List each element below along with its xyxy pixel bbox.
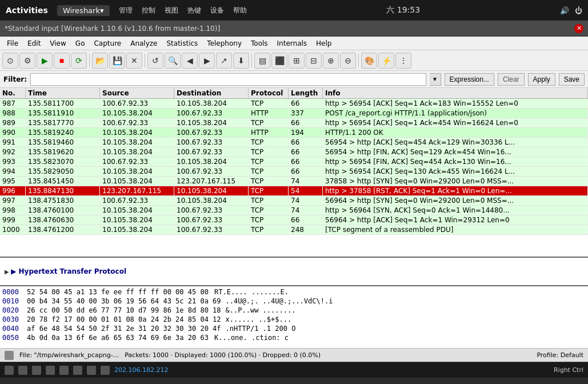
toolbar-go-btn[interactable]: ↗ [216,53,232,69]
toolbar-expand-btn[interactable]: ⊞ [289,53,305,69]
status-packets-info: Packets: 1000 · Displayed: 1000 (100.0%)… [125,351,531,359]
toolbar-zoom-in-btn[interactable]: ⊕ [323,53,339,69]
packet-cell-proto: TCP [249,225,289,234]
col-header-time[interactable]: Time [26,88,100,98]
toolbar-pane2-btn[interactable]: ⬛ [271,53,287,69]
packet-cell-proto: TCP [249,138,289,147]
packet-cell-len: 248 [289,225,323,234]
packet-cell-src: 123.207.167.115 [100,186,174,195]
menu-view-ws[interactable]: View [45,38,70,49]
menu-device[interactable]: 设备 [210,6,224,15]
clear-button[interactable]: Clear [498,73,525,86]
col-header-no[interactable]: No. [0,88,26,98]
app-title[interactable]: Wireshark▾ [57,5,110,16]
packet-row[interactable]: 989 135.5817770 100.67.92.33 10.105.38.2… [0,118,588,128]
toolbar-extra-btn[interactable]: ⋮ [395,53,411,69]
packet-cell-len: 66 [289,99,323,108]
menu-help[interactable]: 帮助 [233,6,247,15]
protocol-tree-item[interactable]: ▶ Hypertext Transfer Protocol [5,267,126,275]
toolbar-filter-btn[interactable]: ⚡ [378,53,394,69]
filter-dropdown-button[interactable]: ▼ [430,73,441,86]
menu-control[interactable]: 控制 [142,6,155,15]
toolbar-save-btn[interactable]: 💾 [109,53,125,69]
toolbar-pane1-btn[interactable]: ▤ [254,53,270,69]
packet-cell-info: http > 56954 [FIN, ACK] Seq=454 Ack=130 … [323,157,588,166]
packet-row[interactable]: 991 135.5819460 10.105.38.204 100.67.92.… [0,138,588,147]
toolbar-interfaces-btn[interactable]: ⊙ [2,53,18,69]
menu-hotkey[interactable]: 热键 [187,6,201,15]
menu-tools[interactable]: Tools [246,38,273,49]
save-button[interactable]: Save [559,73,585,86]
packet-cell-time: 138.4760100 [26,206,100,215]
power-icon[interactable]: ⏻ [575,6,582,15]
expression-button[interactable]: Expression... [445,73,494,86]
packet-cell-no: 993 [0,157,26,166]
menu-file[interactable]: File [2,38,23,49]
menu-internals[interactable]: Internals [273,38,312,49]
menu-analyze[interactable]: Analyze [126,38,162,49]
packet-cell-len: 194 [289,128,323,137]
volume-icon[interactable]: 🔊 [560,6,569,15]
app-title-text: Wireshark▾ [63,6,104,15]
menu-telephony[interactable]: Telephony [202,38,246,49]
menu-view[interactable]: 视图 [165,6,178,15]
packet-row[interactable]: 987 135.5811700 100.67.92.33 10.105.38.2… [0,99,588,109]
packet-cell-info: HTTP/1.1 200 OK [323,128,588,137]
col-header-info[interactable]: Info [323,88,588,98]
toolbar-open-btn[interactable]: 📂 [92,53,108,69]
apply-button[interactable]: Apply [528,73,555,86]
menu-go[interactable]: Go [71,38,90,49]
menu-manage[interactable]: 管理 [119,6,133,15]
packet-row[interactable]: 998 138.4760100 10.105.38.204 100.67.92.… [0,206,588,215]
toolbar-options-btn[interactable]: ⚙ [19,53,35,69]
close-button[interactable]: ✕ [574,24,583,33]
packet-row[interactable]: 997 138.4751830 100.67.92.33 10.105.38.2… [0,196,588,206]
toolbar-zoom-out-btn[interactable]: ⊖ [340,53,356,69]
system-time: 六 19:53 [386,5,420,15]
toolbar-restart-btn[interactable]: ⟳ [71,53,87,69]
col-header-destination[interactable]: Destination [174,88,249,98]
toolbar-sep-3 [251,54,252,67]
packet-row[interactable]: 993 135.5823070 100.67.92.33 10.105.38.2… [0,157,588,167]
toolbar-next-btn[interactable]: ▶ [199,53,215,69]
menu-statistics[interactable]: Statistics [162,38,202,49]
filter-label: Filter: [3,75,27,83]
toolbar-colorize-btn[interactable]: 🎨 [361,53,377,69]
col-header-length[interactable]: Length [289,88,323,98]
menu-edit[interactable]: Edit [23,38,45,49]
packet-row[interactable]: 990 135.5819240 10.105.38.204 100.67.92.… [0,128,588,138]
hex-ascii: K...one. .ction: c [214,333,289,342]
bottom-icon-4 [46,366,55,375]
toolbar-collapse-btn[interactable]: ⊟ [306,53,322,69]
hex-bytes: af 6e 48 54 54 50 2f 31 2e 31 20 32 30 3… [27,324,221,333]
packet-cell-info: http > 56954 [ACK] Seq=1 Ack=454 Win=166… [323,118,588,127]
toolbar-stop-btn[interactable]: ■ [54,53,70,69]
packet-cell-no: 991 [0,138,26,147]
toolbar-reload-btn[interactable]: ↺ [147,53,163,69]
activities-button[interactable]: Activities [6,6,48,15]
bottom-bar: 202.106.182.212 Right Ctrl [0,362,588,378]
packet-row[interactable]: 999 138.4760630 10.105.38.204 100.67.92.… [0,215,588,225]
packet-cell-len: 337 [289,109,323,118]
packet-row[interactable]: 1000 138.4761200 10.105.38.204 100.67.92… [0,225,588,235]
col-header-protocol[interactable]: Protocol [249,88,289,98]
toolbar-close-btn[interactable]: ✕ [126,53,142,69]
packet-row[interactable]: 992 135.5819620 10.105.38.204 100.67.92.… [0,147,588,157]
bottom-icon-1 [5,366,14,375]
filter-input[interactable] [30,73,426,86]
packet-row[interactable]: 996 135.8847130 123.207.167.115 10.105.3… [0,186,588,196]
packet-row[interactable]: 994 135.5829050 10.105.38.204 100.67.92.… [0,167,588,177]
toolbar-start-btn[interactable]: ▶ [37,53,53,69]
packet-cell-time: 135.5819460 [26,138,100,147]
toolbar-prev-btn[interactable]: ◀ [182,53,198,69]
menu-capture[interactable]: Capture [89,38,126,49]
packet-row[interactable]: 995 135.8451450 10.105.38.204 123.207.16… [0,177,588,186]
toolbar-down-btn[interactable]: ⬇ [233,53,249,69]
toolbar-sep-2 [145,54,145,67]
menu-help-ws[interactable]: Help [311,38,336,49]
hex-ascii: RT.E.... .......E. [214,287,289,297]
col-header-source[interactable]: Source [100,88,174,98]
packet-list-header: No. Time Source Destination Protocol Len… [0,88,588,99]
toolbar-find-btn[interactable]: 🔍 [165,53,181,69]
packet-row[interactable]: 988 135.5811910 10.105.38.204 100.67.92.… [0,109,588,118]
